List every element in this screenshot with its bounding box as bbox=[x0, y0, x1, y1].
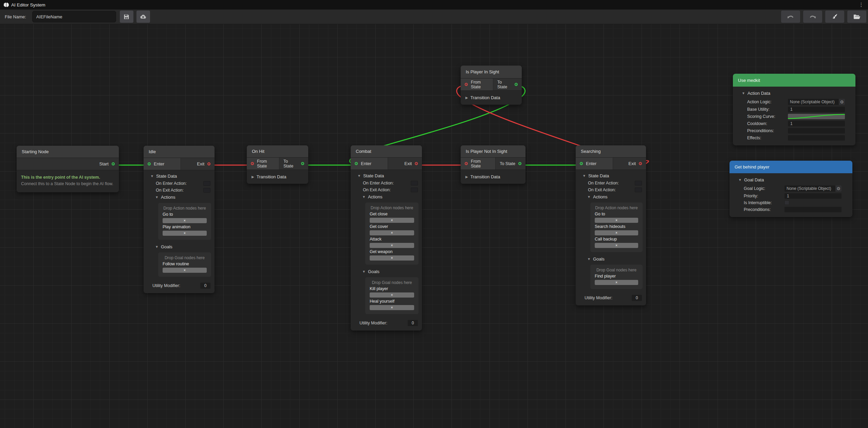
remove-action-button[interactable]: × bbox=[370, 230, 414, 235]
node-use-medkit[interactable]: Use medkit ▼Action Data Action Logic: No… bbox=[733, 74, 855, 145]
toolbar: File Name: bbox=[0, 10, 868, 24]
node-is-player-not-in-sight[interactable]: Is Player Not In Sight From State To Sta… bbox=[461, 145, 525, 184]
exit-output-port[interactable] bbox=[415, 162, 418, 165]
to-state-output-port[interactable] bbox=[515, 83, 518, 86]
goals-drop-area[interactable]: Drop Goal nodes here Kill player × Heal … bbox=[365, 277, 419, 315]
on-exit-object-field[interactable] bbox=[635, 188, 642, 192]
action-item-label: Get cover bbox=[370, 224, 414, 229]
from-state-label: From State bbox=[471, 159, 491, 168]
clear-graph-button[interactable] bbox=[825, 11, 844, 23]
graph-canvas[interactable]: Starting Node Start This is the entry po… bbox=[0, 24, 868, 428]
actions-drop-area[interactable]: Drop Action nodes here Go to × Search hi… bbox=[590, 202, 643, 252]
preconditions-label: Preconditions: bbox=[738, 128, 788, 133]
exit-output-port[interactable] bbox=[207, 162, 210, 165]
node-get-behind-player[interactable]: Get behind player ▼Goal Data Goal Logic:… bbox=[730, 161, 852, 217]
cooldown-field[interactable]: 1 bbox=[788, 121, 845, 126]
foldout-closed-icon[interactable]: ▶ bbox=[465, 96, 468, 100]
actions-drop-area[interactable]: Drop Action nodes here Get close × Get c… bbox=[365, 202, 419, 265]
object-picker-icon[interactable]: ⊙ bbox=[839, 99, 845, 105]
foldout-open-icon[interactable]: ▼ bbox=[362, 195, 366, 199]
remove-goal-button[interactable]: × bbox=[370, 292, 414, 298]
is-interruptible-checkbox[interactable] bbox=[784, 200, 789, 205]
on-enter-object-field[interactable] bbox=[635, 181, 642, 185]
remove-goal-button[interactable]: × bbox=[163, 268, 207, 273]
base-utility-field[interactable]: 1 bbox=[788, 107, 845, 112]
save-button[interactable] bbox=[120, 11, 133, 23]
remove-action-button[interactable]: × bbox=[163, 231, 207, 236]
action-logic-object-field[interactable]: None (Scriptable Object) ⊙ bbox=[788, 99, 845, 105]
on-enter-object-field[interactable] bbox=[203, 181, 210, 186]
app-title: AI Editor System bbox=[11, 2, 45, 7]
remove-action-button[interactable]: × bbox=[370, 255, 414, 261]
foldout-open-icon[interactable]: ▼ bbox=[742, 91, 745, 95]
foldout-closed-icon[interactable]: ▶ bbox=[252, 175, 254, 179]
foldout-open-icon[interactable]: ▼ bbox=[150, 174, 154, 178]
foldout-closed-icon[interactable]: ▶ bbox=[465, 175, 468, 179]
node-is-player-in-sight[interactable]: Is Player In Sight From State To State ▶… bbox=[461, 66, 522, 105]
node-on-hit[interactable]: On Hit From State To State ▶ Transition … bbox=[247, 145, 308, 184]
remove-action-button[interactable]: × bbox=[595, 218, 638, 223]
node-starting[interactable]: Starting Node Start This is the entry po… bbox=[17, 146, 119, 192]
foldout-open-icon[interactable]: ▼ bbox=[587, 257, 591, 261]
object-picker-icon[interactable]: ⊙ bbox=[835, 185, 842, 192]
utility-modifier-value[interactable]: 0 bbox=[408, 320, 418, 326]
remove-action-button[interactable]: × bbox=[595, 243, 638, 248]
kebab-menu-icon[interactable]: ⋮ bbox=[858, 2, 865, 8]
action-item-label: Get weapon bbox=[370, 249, 414, 254]
utility-modifier-value[interactable]: 0 bbox=[200, 283, 210, 289]
utility-modifier-value[interactable]: 0 bbox=[632, 295, 642, 301]
file-name-label: File Name: bbox=[5, 14, 26, 19]
foldout-open-icon[interactable]: ▼ bbox=[587, 195, 591, 199]
undo-button[interactable] bbox=[781, 11, 800, 23]
on-exit-object-field[interactable] bbox=[203, 188, 210, 193]
remove-goal-button[interactable]: × bbox=[370, 305, 414, 310]
load-cloud-button[interactable] bbox=[136, 11, 150, 23]
foldout-open-icon[interactable]: ▼ bbox=[738, 178, 742, 182]
action-item-label: Go to bbox=[595, 212, 638, 216]
remove-action-button[interactable]: × bbox=[595, 230, 638, 235]
effects-field[interactable] bbox=[788, 135, 845, 141]
to-state-output-port[interactable] bbox=[518, 162, 521, 165]
preconditions-field[interactable] bbox=[784, 207, 842, 212]
enter-input-port[interactable] bbox=[148, 162, 151, 165]
goals-drop-area[interactable]: Drop Goal nodes here Follow routine × bbox=[158, 252, 211, 277]
remove-action-button[interactable]: × bbox=[370, 218, 414, 223]
from-state-input-port[interactable] bbox=[251, 162, 254, 165]
foldout-open-icon[interactable]: ▼ bbox=[583, 174, 586, 178]
remove-goal-button[interactable]: × bbox=[595, 280, 638, 285]
enter-input-port[interactable] bbox=[355, 162, 358, 165]
starting-node-description: This is the entry point of the AI system… bbox=[17, 170, 119, 192]
actions-drop-area[interactable]: Drop Action nodes here Go to × Play anim… bbox=[158, 202, 211, 240]
on-enter-action-label: On Enter Action: bbox=[156, 181, 187, 186]
goal-logic-object-field[interactable]: None (Scriptable Object) ⊙ bbox=[784, 185, 842, 192]
to-state-output-port[interactable] bbox=[301, 162, 304, 165]
actions-label: Actions bbox=[368, 194, 383, 199]
exit-output-port[interactable] bbox=[639, 162, 642, 165]
preconditions-field[interactable] bbox=[788, 128, 845, 133]
scoring-curve-field[interactable] bbox=[788, 114, 845, 119]
goals-drop-area[interactable]: Drop Goal nodes here Find player × bbox=[590, 264, 643, 289]
on-enter-object-field[interactable] bbox=[411, 181, 418, 185]
node-searching[interactable]: Searching Enter Exit ▼State Data On Ente… bbox=[576, 145, 646, 305]
node-idle[interactable]: Idle Enter Exit ▼State Data On Enter Act… bbox=[144, 146, 215, 293]
state-data-label: State Data bbox=[588, 173, 609, 178]
open-folder-button[interactable] bbox=[847, 11, 866, 23]
from-state-input-port[interactable] bbox=[465, 83, 468, 86]
exit-port-label: Exit bbox=[197, 161, 204, 166]
priority-field[interactable]: 1 bbox=[784, 193, 842, 199]
remove-action-button[interactable]: × bbox=[163, 218, 207, 223]
action-node-header: Use medkit bbox=[733, 74, 855, 87]
node-combat[interactable]: Combat Enter Exit ▼State Data On Enter A… bbox=[351, 145, 422, 331]
foldout-open-icon[interactable]: ▼ bbox=[357, 174, 361, 178]
from-state-input-port[interactable] bbox=[465, 162, 468, 165]
remove-action-button[interactable]: × bbox=[370, 243, 414, 248]
enter-input-port[interactable] bbox=[580, 162, 583, 165]
foldout-open-icon[interactable]: ▼ bbox=[155, 245, 159, 249]
scoring-curve-label: Scoring Curve: bbox=[738, 114, 788, 119]
redo-button[interactable] bbox=[803, 11, 822, 23]
start-output-port[interactable] bbox=[112, 162, 115, 165]
foldout-open-icon[interactable]: ▼ bbox=[362, 270, 366, 273]
file-name-input[interactable] bbox=[32, 11, 116, 22]
foldout-open-icon[interactable]: ▼ bbox=[155, 195, 159, 199]
on-exit-object-field[interactable] bbox=[411, 188, 418, 192]
